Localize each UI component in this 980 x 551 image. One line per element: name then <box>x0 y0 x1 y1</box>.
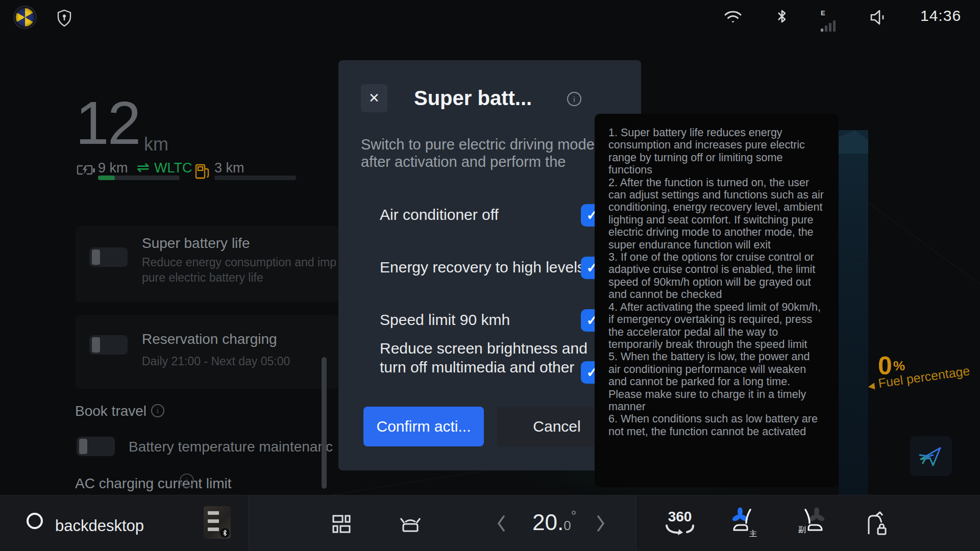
electric-range-bar <box>98 176 180 180</box>
total-range-unit: km <box>144 134 168 155</box>
energy-3d-pillar <box>839 130 868 495</box>
dock-home-circle-button[interactable] <box>27 513 43 529</box>
setting-desc: Reduce energy consumption and imp <box>142 256 336 269</box>
wifi-icon <box>724 10 742 24</box>
dock-divider <box>249 495 249 551</box>
network-type-label: E <box>821 9 825 17</box>
eco-arrow-icon <box>918 444 944 468</box>
battery-charge-icon <box>77 163 96 178</box>
temperature-up-chevron[interactable] <box>596 515 605 532</box>
volume-icon <box>869 9 890 26</box>
bluetooth-audio-badge-icon <box>220 528 230 538</box>
option-label-reduce-brightness: Reduce screen brightness and turn off mu… <box>380 339 597 377</box>
book-travel-info-icon[interactable]: i <box>151 404 164 417</box>
app-grid-icon[interactable] <box>332 515 351 533</box>
setting-card-super-battery-life[interactable]: Super battery life Reduce energy consump… <box>76 226 339 303</box>
battery-temp-label: Battery temperature maintenanc <box>129 439 333 455</box>
passenger-seat-char: 副 <box>798 525 806 534</box>
setting-title: Super battery life <box>142 235 250 252</box>
ac-charging-limit-label: AC charging current limit <box>75 475 232 492</box>
dock-divider <box>636 495 636 551</box>
bluetooth-icon <box>777 8 787 24</box>
option-label-speed-limit: Speed limit 90 kmh <box>380 311 510 329</box>
fuel-pump-icon <box>195 162 210 181</box>
fuel-port-lock-icon[interactable] <box>863 510 888 537</box>
dialog-info-icon[interactable]: i <box>567 92 581 106</box>
setting-desc: Daily 21:00 - Next day 05:00 <box>142 355 290 368</box>
tooltip-item: 4. After activating the speed limit of 9… <box>608 301 825 351</box>
tooltip-item: 1. Super battery life reduces energy con… <box>608 127 825 177</box>
active-app-label: backdesktop <box>55 517 144 535</box>
option-label-energy-recovery: Energy recovery to high levels <box>380 259 585 276</box>
bottom-dock: backdesktop <box>0 495 980 551</box>
eco-mode-tile[interactable] <box>910 436 952 476</box>
driver-seat-ventilation-icon[interactable]: 主 <box>729 508 762 539</box>
ac-charging-info-icon[interactable]: i <box>180 473 194 488</box>
list-scrollbar-thumb[interactable] <box>322 357 327 489</box>
option-label-air-conditioner: Air conditioner off <box>380 206 499 223</box>
tooltip-item: 3. If one of the options for cruise cont… <box>608 251 825 301</box>
close-icon[interactable]: ✕ <box>361 84 387 112</box>
setting-title: Reservation charging <box>142 331 277 347</box>
mesh-line <box>868 203 980 329</box>
battery-temp-toggle[interactable] <box>77 437 115 456</box>
fuel-range-value: 3 km <box>214 160 244 176</box>
media-thumbnail[interactable] <box>204 506 231 539</box>
book-travel-label: Book travel <box>75 403 146 419</box>
cycle-arrows-icon: ⇌ <box>137 158 150 176</box>
confirm-button[interactable]: Confirm acti... <box>363 407 484 446</box>
brand-badge-icon <box>14 7 36 28</box>
tooltip-item: 5. When the battery is low, the power an… <box>608 350 825 413</box>
dialog-subtitle: Switch to pure electric driving mode aft… <box>361 136 616 170</box>
total-range-value: 12 <box>76 93 139 153</box>
tooltip-item: 6. When conditions such as low battery a… <box>608 413 825 438</box>
tooltip-item: 2. After the function is turned on, the … <box>608 177 825 251</box>
super-battery-life-toggle[interactable] <box>89 247 128 267</box>
infotainment-screen: E 14:36 12 km 9 km ⇌ WLTC 3 km <box>0 0 980 551</box>
driver-seat-char: 主 <box>749 529 757 538</box>
vehicle-controls-icon[interactable] <box>399 514 422 534</box>
setting-card-reservation-charging[interactable]: Reservation charging Daily 21:00 - Next … <box>76 315 339 389</box>
temperature-down-chevron[interactable] <box>497 515 506 532</box>
degree-icon <box>572 511 576 515</box>
passenger-seat-ventilation-icon[interactable]: 副 <box>794 508 827 539</box>
cycle-standard-label: WLTC <box>154 160 192 176</box>
electric-range-value: 9 km <box>98 160 128 176</box>
temperature-value: 20.0 <box>532 510 571 535</box>
dock-middle-section <box>249 495 636 551</box>
security-shield-icon <box>57 9 71 28</box>
pointer-icon: ◀ <box>867 381 875 391</box>
reservation-charging-toggle[interactable] <box>89 335 128 355</box>
clock: 14:36 <box>920 7 961 24</box>
fuel-range-bar <box>214 176 296 180</box>
surround-view-360-icon[interactable]: 360 <box>664 510 696 536</box>
cell-signal-icon: E <box>821 8 837 32</box>
fuel-percent-sign: % <box>893 358 905 374</box>
setting-desc: pure electric battery life <box>142 271 263 285</box>
dialog-title: Super batt... <box>414 87 567 110</box>
super-battery-info-tooltip: 1. Super battery life reduces energy con… <box>595 114 839 487</box>
